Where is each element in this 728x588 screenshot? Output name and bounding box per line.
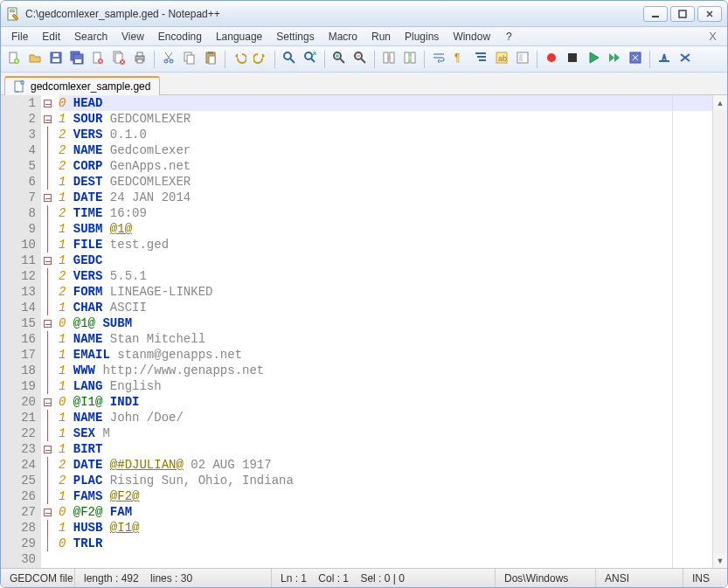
save-button[interactable] bbox=[46, 50, 66, 69]
toolbar-separator bbox=[274, 51, 275, 68]
close-all-button[interactable] bbox=[109, 50, 128, 69]
fold-node[interactable] bbox=[41, 394, 53, 410]
code-line[interactable]: 1 LANG English bbox=[59, 378, 712, 394]
menu-encoding[interactable]: Encoding bbox=[151, 29, 209, 45]
close-all-icon bbox=[112, 51, 126, 67]
cut-button[interactable] bbox=[159, 50, 178, 69]
code-line[interactable]: 2 TIME 16:09 bbox=[59, 205, 712, 221]
code-line[interactable]: 0 @I1@ INDI bbox=[59, 394, 712, 410]
code-line[interactable]: 1 DATE 24 JAN 2014 bbox=[59, 190, 712, 205]
undo-button[interactable] bbox=[230, 50, 249, 69]
code-line[interactable]: 2 VERS 5.5.1 bbox=[59, 268, 712, 284]
fold-column[interactable] bbox=[41, 95, 53, 568]
tab-label: gedcomlexer_sample.ged bbox=[31, 80, 150, 93]
code-line[interactable]: 1 FILE test.ged bbox=[59, 237, 712, 252]
code-line[interactable]: 0 TRLR bbox=[59, 536, 712, 551]
zoom-out-button[interactable] bbox=[350, 50, 370, 69]
code-line[interactable]: 0 @1@ SUBM bbox=[59, 315, 712, 331]
doc-map-button[interactable] bbox=[513, 50, 532, 69]
menu-plugins[interactable]: Plugins bbox=[398, 29, 446, 45]
fold-node[interactable] bbox=[41, 111, 53, 127]
code-line[interactable]: 1 WWW http://www.genapps.net bbox=[59, 363, 712, 378]
scroll-up-button[interactable]: ▲ bbox=[713, 95, 727, 110]
zoom-in-button[interactable] bbox=[329, 50, 349, 69]
lang-button[interactable]: ab bbox=[492, 50, 511, 69]
code-line[interactable]: 1 CHAR ASCII bbox=[59, 300, 712, 315]
code-line[interactable]: 2 PLAC Rising Sun, Ohio, Indiana bbox=[59, 473, 712, 488]
wrap-button[interactable] bbox=[429, 50, 448, 69]
toggle-1-button[interactable] bbox=[655, 50, 674, 69]
menu-doc-close[interactable]: X bbox=[702, 30, 724, 43]
menu-help[interactable]: ? bbox=[499, 29, 519, 45]
code-line[interactable]: 0 HEAD bbox=[59, 95, 712, 111]
code-line[interactable]: 1 FAMS @F2@ bbox=[59, 488, 712, 504]
paste-button[interactable] bbox=[201, 50, 220, 69]
code-line[interactable]: 2 VERS 0.1.0 bbox=[59, 127, 712, 142]
play-multi-button[interactable] bbox=[605, 50, 624, 69]
code-content[interactable]: 0 HEAD1 SOUR GEDCOMLEXER2 VERS 0.1.02 NA… bbox=[53, 95, 712, 568]
menu-run[interactable]: Run bbox=[364, 29, 398, 45]
fold-node[interactable] bbox=[41, 504, 53, 520]
find-button[interactable] bbox=[280, 50, 299, 69]
minimize-button[interactable] bbox=[643, 6, 668, 22]
code-line[interactable]: 1 GEDC bbox=[59, 252, 712, 268]
play-multi-icon bbox=[607, 51, 621, 67]
sync-h-button[interactable] bbox=[400, 50, 419, 69]
all-chars-button[interactable]: ¶ bbox=[450, 50, 469, 69]
scroll-down-button[interactable]: ▼ bbox=[713, 553, 727, 568]
menu-view[interactable]: View bbox=[114, 29, 151, 45]
save-macro-button[interactable] bbox=[626, 50, 645, 69]
fold-node[interactable] bbox=[41, 252, 53, 268]
code-line[interactable]: 2 DATE @#DJULIAN@ 02 AUG 1917 bbox=[59, 457, 712, 473]
code-line[interactable]: 1 EMAIL stanm@genapps.net bbox=[59, 347, 712, 363]
code-line[interactable]: 1 BIRT bbox=[59, 441, 712, 457]
save-all-button[interactable] bbox=[67, 50, 87, 69]
redo-button[interactable] bbox=[251, 50, 270, 69]
copy-button[interactable] bbox=[180, 50, 199, 69]
menu-search[interactable]: Search bbox=[67, 29, 114, 45]
close-button[interactable] bbox=[88, 50, 107, 69]
code-line[interactable]: 1 DEST GEDCOMLEXER bbox=[59, 174, 712, 190]
menu-macro[interactable]: Macro bbox=[322, 29, 364, 45]
code-line[interactable]: 1 NAME John /Doe/ bbox=[59, 410, 712, 425]
line-number: 21 bbox=[1, 410, 36, 425]
toggle-2-button[interactable] bbox=[676, 50, 695, 69]
fold-node[interactable] bbox=[41, 190, 53, 205]
code-line[interactable]: 2 CORP GenApps.net bbox=[59, 158, 712, 174]
vertical-scrollbar[interactable]: ▲ ▼ bbox=[712, 95, 727, 568]
close-button[interactable] bbox=[697, 6, 722, 22]
code-line[interactable] bbox=[59, 551, 712, 567]
replace-button[interactable] bbox=[301, 50, 320, 69]
menu-edit[interactable]: Edit bbox=[35, 29, 67, 45]
stop-button[interactable] bbox=[563, 50, 582, 69]
tab-active[interactable]: gedcomlexer_sample.ged bbox=[4, 76, 160, 95]
code-line[interactable]: 1 SEX M bbox=[59, 425, 712, 441]
new-file-button[interactable] bbox=[4, 50, 24, 69]
fold-node[interactable] bbox=[41, 441, 53, 457]
menu-file[interactable]: File bbox=[4, 29, 35, 45]
code-line[interactable]: 1 SUBM @1@ bbox=[59, 221, 712, 237]
code-line[interactable]: 2 FORM LINEAGE-LINKED bbox=[59, 284, 712, 300]
menu-language[interactable]: Language bbox=[209, 29, 269, 45]
print-button[interactable] bbox=[130, 50, 149, 69]
code-line[interactable]: 1 HUSB @I1@ bbox=[59, 520, 712, 536]
open-file-button[interactable] bbox=[25, 50, 45, 69]
scroll-track[interactable] bbox=[713, 110, 727, 553]
sync-v-button[interactable] bbox=[379, 50, 399, 69]
code-line[interactable]: 0 @F2@ FAM bbox=[59, 504, 712, 520]
code-line[interactable]: 2 NAME GedcomLexer bbox=[59, 142, 712, 158]
menu-window[interactable]: Window bbox=[446, 29, 497, 45]
maximize-button[interactable] bbox=[670, 6, 695, 22]
indent-guide-button[interactable] bbox=[471, 50, 490, 69]
fold-node[interactable] bbox=[41, 95, 53, 111]
code-editor[interactable]: 1234567891011121314151617181920212223242… bbox=[1, 95, 712, 568]
fold-toggle-icon bbox=[44, 257, 52, 265]
code-line[interactable]: 1 NAME Stan Mitchell bbox=[59, 331, 712, 347]
fold-node[interactable] bbox=[41, 315, 53, 331]
play-button[interactable] bbox=[584, 50, 603, 69]
svg-rect-19 bbox=[137, 52, 142, 56]
record-button[interactable] bbox=[542, 50, 561, 69]
code-line[interactable]: 1 SOUR GEDCOMLEXER bbox=[59, 111, 712, 127]
menu-settings[interactable]: Settings bbox=[269, 29, 321, 45]
svg-rect-9 bbox=[53, 53, 59, 57]
